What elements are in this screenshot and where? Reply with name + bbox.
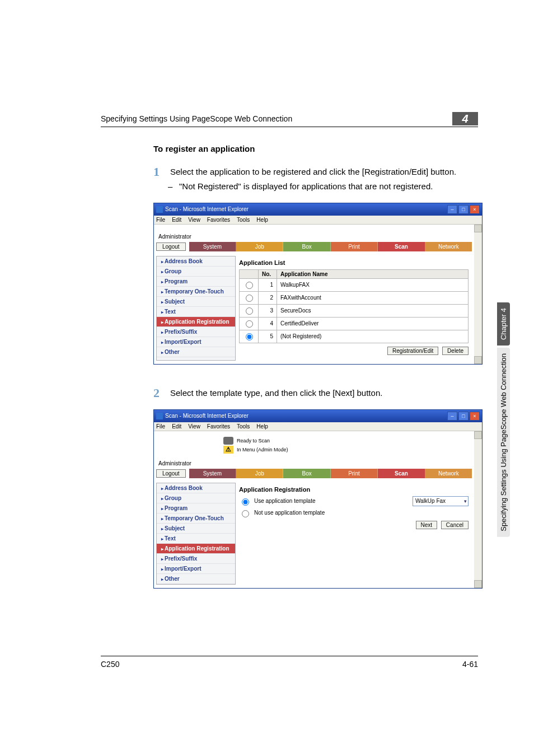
app-reg-heading: Application Registration: [239, 486, 469, 493]
sidebar-item-application-registration[interactable]: Application Registration: [157, 544, 235, 554]
scroll-up-icon[interactable]: [474, 431, 482, 439]
registration-edit-button[interactable]: Registration/Edit: [387, 347, 438, 355]
sidebar-item-prefix-suffix[interactable]: Prefix/Suffix: [157, 554, 235, 564]
window-maximize-button[interactable]: □: [458, 412, 469, 421]
row-no: 1: [259, 278, 277, 291]
scroll-up-icon[interactable]: [474, 225, 482, 232]
tab-scan[interactable]: Scan: [378, 242, 425, 251]
menu-view[interactable]: View: [188, 217, 200, 223]
menu-file[interactable]: File: [156, 423, 165, 430]
ie-title: Scan - Microsoft Internet Explorer: [165, 206, 249, 212]
tab-system[interactable]: System: [189, 242, 236, 251]
footer-right: 4-61: [462, 660, 478, 669]
sidebar-item-import-export[interactable]: Import/Export: [157, 564, 235, 574]
menu-file[interactable]: File: [156, 217, 165, 223]
sidebar-item-address-book[interactable]: Address Book: [157, 256, 235, 267]
side-tab-chapter: Chapter 4: [497, 302, 510, 346]
delete-button[interactable]: Delete: [442, 347, 469, 355]
menu-edit[interactable]: Edit: [172, 423, 181, 430]
sidebar-item-text[interactable]: Text: [157, 307, 235, 317]
side-tabs: Chapter 4 Specifying Settings Using Page…: [497, 302, 512, 539]
tab-box[interactable]: Box: [283, 242, 330, 251]
use-template-radio[interactable]: [242, 498, 249, 506]
logout-button[interactable]: Logout: [156, 242, 186, 251]
window-close-button[interactable]: ×: [470, 205, 480, 214]
scrollbar[interactable]: [474, 225, 482, 364]
footer-left: C250: [101, 660, 119, 669]
ie-title: Scan - Microsoft Internet Explorer: [165, 413, 249, 419]
tab-print[interactable]: Print: [331, 242, 378, 251]
row-radio[interactable]: [246, 333, 253, 340]
menu-view[interactable]: View: [188, 423, 200, 430]
sidebar-item-import-export[interactable]: Import/Export: [157, 337, 235, 347]
scroll-down-icon[interactable]: [474, 356, 482, 364]
use-template-label: Use application template: [254, 498, 316, 504]
page-header: Specifying Settings Using PageScope Web …: [101, 114, 292, 123]
ie-titlebar: Scan - Microsoft Internet Explorer – □ ×: [154, 410, 482, 422]
section-title: To register an application: [153, 144, 478, 153]
logout-button[interactable]: Logout: [156, 469, 186, 478]
menu-edit[interactable]: Edit: [172, 217, 181, 223]
sidebar-item-prefix-suffix[interactable]: Prefix/Suffix: [157, 327, 235, 337]
template-select[interactable]: WalkUp Fax: [413, 496, 469, 506]
table-row: 1 WalkupFAX: [240, 278, 469, 291]
tab-scan[interactable]: Scan: [378, 469, 425, 478]
sidebar-item-subject[interactable]: Subject: [157, 524, 235, 534]
cancel-button[interactable]: Cancel: [441, 521, 469, 529]
row-radio[interactable]: [246, 295, 253, 302]
sidebar-item-program[interactable]: Program: [157, 277, 235, 287]
tab-print[interactable]: Print: [331, 469, 378, 478]
window-maximize-button[interactable]: □: [458, 205, 469, 214]
sidebar-item-group[interactable]: Group: [157, 267, 235, 277]
row-no: 4: [259, 317, 277, 330]
window-minimize-button[interactable]: –: [447, 205, 457, 214]
sidebar-item-other[interactable]: Other: [157, 347, 235, 357]
status-line2: In Menu (Admin Mode): [237, 447, 288, 452]
window-minimize-button[interactable]: –: [447, 412, 457, 421]
footer-rule: [101, 656, 478, 656]
tab-network[interactable]: Network: [425, 469, 472, 478]
chapter-badge: 4: [452, 112, 478, 125]
ie-titlebar: Scan - Microsoft Internet Explorer – □ ×: [154, 203, 482, 216]
row-radio[interactable]: [246, 307, 253, 315]
scroll-down-icon[interactable]: [474, 580, 482, 588]
sidebar-item-application-registration[interactable]: Application Registration: [157, 317, 235, 327]
col-no: No.: [259, 269, 277, 278]
menu-tools[interactable]: Tools: [237, 423, 250, 430]
menu-help[interactable]: Help: [256, 423, 268, 430]
tab-job[interactable]: Job: [236, 469, 283, 478]
table-row: 4 CertifiedDeliver: [240, 317, 469, 330]
app-list-heading: Application List: [239, 259, 469, 266]
sidebar-item-text[interactable]: Text: [157, 534, 235, 544]
window-close-button[interactable]: ×: [470, 412, 480, 421]
menu-favorites[interactable]: Favorites: [207, 217, 230, 223]
row-name: SecureDocs: [277, 304, 469, 317]
sidebar-item-program[interactable]: Program: [157, 503, 235, 514]
row-no: 2: [259, 291, 277, 304]
tab-box[interactable]: Box: [283, 469, 330, 478]
not-use-template-label: Not use application template: [254, 510, 325, 516]
admin-label: Administrator: [158, 460, 472, 466]
step-number: 2: [153, 387, 170, 399]
tab-job[interactable]: Job: [236, 242, 283, 251]
next-button[interactable]: Next: [416, 521, 438, 529]
ie-menubar: File Edit View Favorites Tools Help: [154, 422, 482, 431]
row-radio[interactable]: [246, 282, 253, 289]
menu-favorites[interactable]: Favorites: [207, 423, 230, 430]
menu-help[interactable]: Help: [256, 217, 268, 223]
sidebar-item-address-book[interactable]: Address Book: [157, 483, 235, 493]
app-list-table: No. Application Name 1 WalkupFAX 2 FAXwi…: [239, 269, 469, 343]
sidebar-item-subject[interactable]: Subject: [157, 297, 235, 307]
sidebar-item-other[interactable]: Other: [157, 574, 235, 584]
sidebar-item-temp-one-touch[interactable]: Temporary One-Touch: [157, 514, 235, 524]
sidebar-item-group[interactable]: Group: [157, 493, 235, 503]
tab-system[interactable]: System: [189, 469, 236, 478]
ie-window-app-registration: Scan - Microsoft Internet Explorer – □ ×…: [153, 409, 483, 589]
scrollbar[interactable]: [474, 431, 482, 588]
row-radio[interactable]: [246, 320, 253, 328]
menu-tools[interactable]: Tools: [237, 217, 250, 223]
ie-window-app-list: Scan - Microsoft Internet Explorer – □ ×…: [153, 203, 483, 365]
tab-network[interactable]: Network: [425, 242, 472, 251]
sidebar-item-temp-one-touch[interactable]: Temporary One-Touch: [157, 287, 235, 297]
not-use-template-radio[interactable]: [242, 510, 249, 517]
